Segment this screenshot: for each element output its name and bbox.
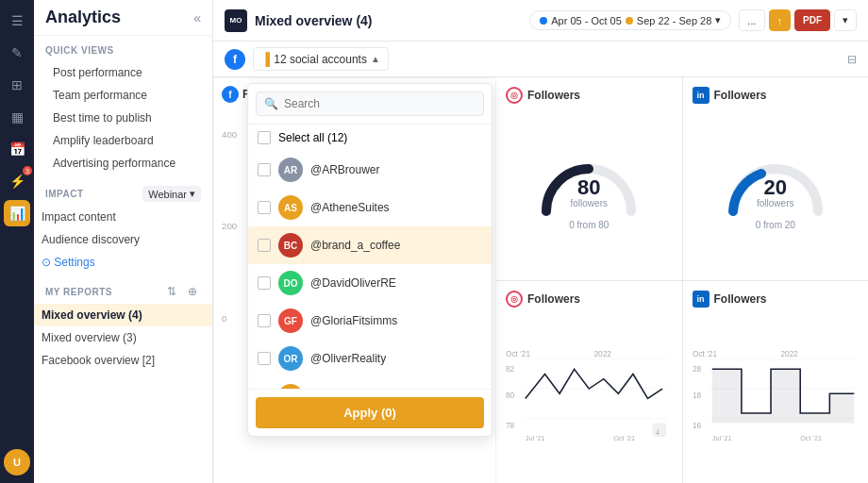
gauge-1-number: 80	[571, 177, 608, 198]
account-avatar-6: AS	[278, 384, 303, 389]
account-avatar-2: BC	[278, 233, 303, 258]
account-checkbox-4[interactable]	[258, 314, 271, 327]
main-content: MO Mixed overview (4) Apr 05 - Oct 05 Se…	[213, 0, 868, 483]
select-all-item[interactable]: Select all (12)	[248, 125, 492, 151]
search-field-wrapper: 🔍	[256, 92, 484, 116]
add-report-button[interactable]: ⊕	[184, 283, 201, 300]
account-item-6[interactable]: AS Athene Suites	[248, 377, 492, 389]
gauge-2-label: followers	[757, 198, 793, 208]
apply-button[interactable]: Apply (0)	[256, 397, 484, 428]
instagram-icon-1: ◎	[506, 87, 523, 104]
svg-text:78: 78	[506, 420, 515, 429]
select-all-checkbox[interactable]	[258, 131, 271, 144]
rail-icon-table[interactable]: ▦	[4, 104, 30, 130]
sidebar-item-audience-discovery[interactable]: Audience discovery	[34, 228, 212, 251]
gauge-1-container: 80 followers	[537, 150, 641, 216]
sidebar-item-best-time[interactable]: Best time to publish	[45, 107, 201, 129]
report-mixed-overview-4[interactable]: Mixed overview (4)	[34, 304, 212, 326]
settings-link[interactable]: ⊙ Settings	[34, 251, 212, 274]
panel-2-title: Followers	[714, 89, 767, 102]
instagram-followers-chart-panel: ◎ Followers Oct '21 2022 82 80 78	[496, 281, 682, 484]
svg-text:Oct '21: Oct '21	[693, 348, 717, 358]
panel-4-chart: Oct '21 2022 28 18 16 Jul	[693, 313, 860, 475]
account-item-5[interactable]: OR @OliverReality	[248, 340, 492, 377]
linkedin-followers-gauge-panel: in Followers 20 followers	[683, 77, 869, 280]
report-mixed-overview-3[interactable]: Mixed overview (3)	[34, 326, 212, 349]
accounts-filter-button[interactable]: ▐ 12 social accounts ▲	[253, 47, 389, 71]
panel-3-header: ◎ Followers	[506, 291, 673, 308]
gauge-1-change: 0 from 80	[569, 220, 609, 230]
chevron-button[interactable]: ▾	[834, 9, 857, 31]
date-range-2: Sep 22 - Sep 28	[637, 15, 712, 26]
account-item-3[interactable]: DO @DavidOliverRE	[248, 264, 492, 302]
subbar: f ▐ 12 social accounts ▲ ⊟	[213, 42, 868, 77]
pdf-button[interactable]: PDF	[794, 9, 830, 31]
sidebar-item-advertising[interactable]: Advertising performance	[45, 152, 201, 175]
date-chevron-icon: ▾	[715, 14, 721, 26]
filter-button[interactable]: ⊟	[847, 53, 857, 66]
dropdown-apply-area: Apply (0)	[248, 389, 492, 436]
account-checkbox-5[interactable]	[258, 352, 271, 365]
account-checkbox-3[interactable]	[258, 276, 271, 290]
rail-icon-bolt[interactable]: ⚡ 3	[4, 168, 30, 194]
topbar: MO Mixed overview (4) Apr 05 - Oct 05 Se…	[213, 0, 868, 42]
gauge-1-label: followers	[571, 198, 608, 208]
date-dot-1	[540, 17, 547, 25]
sort-reports-button[interactable]: ⇅	[163, 283, 180, 300]
impact-label: IMPACT	[45, 189, 84, 199]
account-item-0[interactable]: AR @ARBrouwer	[248, 151, 492, 189]
gauge-2-change: 0 from 20	[756, 220, 795, 230]
sidebar-item-post-performance[interactable]: Post performance	[45, 61, 201, 84]
report-title: Mixed overview (4)	[255, 13, 522, 28]
linkedin-icon-1: in	[693, 87, 709, 104]
account-item-1[interactable]: AS @AtheneSuites	[248, 189, 492, 226]
facebook-icon: f	[225, 49, 245, 70]
account-checkbox-1[interactable]	[258, 201, 271, 214]
topbar-actions: ... ↑ PDF ▾	[739, 9, 857, 31]
dropdown-search-area: 🔍	[248, 84, 492, 125]
account-checkbox-2[interactable]	[258, 239, 271, 252]
accounts-label: 12 social accounts	[274, 53, 367, 66]
webinar-select[interactable]: Webinar ▾	[142, 186, 201, 202]
svg-text:80: 80	[506, 391, 515, 400]
rail-icon-menu[interactable]: ☰	[4, 8, 30, 34]
rail-icon-compose[interactable]: ✎	[4, 40, 30, 66]
my-reports-label: MY REPORTS	[45, 287, 112, 297]
panel-3-chart: Oct '21 2022 82 80 78 Jul '21 Oct '21	[506, 313, 673, 475]
svg-text:2022: 2022	[593, 348, 611, 358]
report-facebook-overview[interactable]: Facebook overview [2]	[34, 349, 212, 372]
sidebar-collapse-button[interactable]: «	[193, 10, 201, 25]
svg-text:2022: 2022	[780, 348, 798, 358]
search-input[interactable]	[284, 97, 476, 110]
sidebar-item-amplify[interactable]: Amplify leaderboard	[45, 129, 201, 152]
rail-icon-grid[interactable]: ⊞	[4, 72, 30, 98]
rail-icon-calendar[interactable]: 📅	[4, 136, 30, 162]
user-avatar[interactable]: U	[4, 449, 30, 475]
more-options-button[interactable]: ...	[739, 9, 764, 31]
sidebar-item-team-performance[interactable]: Team performance	[45, 84, 201, 107]
account-avatar-3: DO	[278, 271, 303, 295]
sidebar: Analytics « QUICK VIEWS Post performance…	[34, 0, 213, 483]
account-avatar-1: AS	[278, 195, 303, 220]
account-avatar-5: OR	[278, 346, 303, 371]
account-item-2[interactable]: BC @brand_a_coffee	[248, 226, 492, 264]
account-item-4[interactable]: GF @GloriaFitsimms	[248, 302, 492, 340]
export-button[interactable]: ↑	[769, 9, 792, 31]
panel-4-title: Followers	[714, 292, 767, 306]
gauge-1-value: 80 followers	[571, 177, 608, 208]
panel-2-header: in Followers	[693, 87, 860, 104]
rail-icon-analytics[interactable]: 📊	[4, 200, 30, 226]
date-dot-2	[626, 17, 633, 25]
account-name-0: @ARBrouwer	[310, 163, 380, 176]
sidebar-item-impact-content[interactable]: Impact content	[34, 206, 212, 228]
account-name-1: @AtheneSuites	[310, 201, 390, 214]
sidebar-title: Analytics	[45, 8, 121, 27]
gauge-2-number: 20	[757, 177, 793, 198]
date-range-button[interactable]: Apr 05 - Oct 05 Sep 22 - Sep 28 ▾	[529, 10, 731, 30]
account-name-3: @DavidOliverRE	[310, 276, 396, 290]
account-name-4: @GloriaFitsimms	[310, 314, 397, 327]
account-checkbox-0[interactable]	[258, 163, 271, 176]
my-reports-actions: ⇅ ⊕	[163, 283, 201, 300]
svg-text:Jul '21: Jul '21	[711, 434, 731, 442]
panel-1-header: ◎ Followers	[506, 87, 673, 104]
